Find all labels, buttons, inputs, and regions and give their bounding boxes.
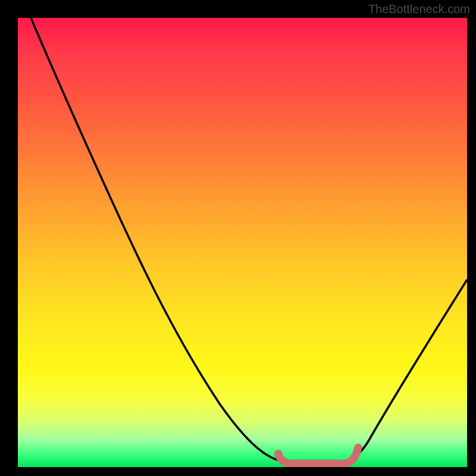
- watermark-text: TheBottleneck.com: [368, 2, 470, 16]
- bottleneck-chart: [18, 18, 467, 467]
- optimal-start-dot: [274, 450, 283, 458]
- optimal-range-marker: [278, 447, 358, 464]
- curve-line: [31, 18, 467, 463]
